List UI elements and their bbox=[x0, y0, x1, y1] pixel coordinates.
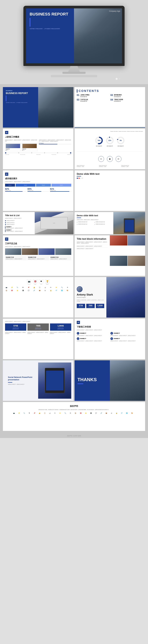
grid-icon-2: 💡 bbox=[10, 286, 13, 289]
target-label: Target bbox=[34, 284, 36, 285]
slides-grid: BUSINESS BUSINESS REPORT 全面详细的工作报告总结展示，上… bbox=[0, 84, 148, 434]
slide-copyright[interactable]: 版权声明 感谢使用本套PPT模板，本套模板仅供学习参考使用。本套模板素材来源于互… bbox=[3, 402, 145, 431]
stat-item-2: 65% 添加说明文字内容 bbox=[27, 188, 49, 192]
next-plan-body: 这里是正文内容文字，这里是正文内容文字，这里是正文内容文字 bbox=[77, 330, 143, 330]
slide-title-list[interactable]: Title text & List 这里是正文内容文字，这里是正文内容文字 这里… bbox=[3, 212, 73, 234]
card-title-2: Other Post bbox=[22, 148, 37, 150]
slide-cover-right: Company logo bbox=[38, 87, 73, 128]
slide-project[interactable]: 02 成功项目展示 这里是正文内容文字，这里是正文内容文字，这里是正文内容文字 … bbox=[3, 170, 73, 211]
slide-social[interactable]: Social Network PowerPoint presentation 这… bbox=[3, 360, 73, 401]
ci-13: 🏠 bbox=[74, 412, 77, 414]
tb-extra: 这里是正文内容文字，这里是正文内容文字，这里是正文内容文字 bbox=[77, 246, 108, 247]
ci-22: 💎 bbox=[120, 412, 123, 414]
monitor-wrapper: BUSINESS REPORT 全面详细的工作报告总结展示，上半年度最新工作报告… bbox=[23, 6, 125, 80]
tablet-shape bbox=[45, 368, 65, 393]
ci-15: 🌟 bbox=[85, 412, 87, 414]
plan-title-1: 添加标题文字 bbox=[80, 332, 86, 334]
price-desc: 这里是正文内容文字，这里是正文内容文字，这里是正文内容文字 bbox=[5, 321, 71, 322]
tb-extra2: 这里是正文内容文字，这里是正文内容文字 bbox=[77, 248, 108, 249]
target-icon: 🎯 bbox=[34, 280, 36, 282]
ci-7: 📋 bbox=[43, 412, 46, 414]
detail-text-2: 这里是正文内容文字，这里是正文内容文字，这里是正文内容文字 bbox=[27, 332, 49, 334]
ci-18: 🔗 bbox=[100, 412, 103, 414]
icon-labels-row: Statistic information text添加说明文字，这里是 Sta… bbox=[77, 165, 143, 167]
cover-main-title: BUSINESS REPORT bbox=[6, 92, 35, 94]
monitor-title: BUSINESS REPORT bbox=[30, 12, 70, 16]
detail-text-3: 这里是正文内容文字，这里是正文内容文字，这里是正文内容文字 bbox=[50, 332, 71, 334]
tl-list-item-3: 这里是正文内容文字 bbox=[5, 224, 32, 225]
tl-list-item-1: 这里是正文内容文字 bbox=[5, 220, 32, 221]
info-box-body-1: 这里是正文内容文字，这里是正文内容文字 bbox=[6, 258, 26, 260]
slide-demo2[interactable]: Demo slide With text 这里是正文内容，这里是正文内容，这里是… bbox=[75, 212, 145, 234]
stat-pct-2: 65% bbox=[27, 188, 49, 190]
svg-text:21%: 21% bbox=[108, 140, 111, 141]
price-grid: 570$ 添加说明文字内容这里是正文内容文字 790$ 添加说明文字内容这里是正… bbox=[5, 324, 71, 331]
slide-donut-charts[interactable]: Statistic information • Statistic inform… bbox=[75, 129, 145, 169]
section-title-3: 上阶段工作概述 bbox=[5, 136, 71, 138]
scissors-icon-circle: ✂ bbox=[98, 156, 104, 162]
progress-label: 57% Progress bbox=[39, 143, 71, 144]
slide-demo[interactable]: Demo slide With text bbox=[75, 170, 145, 211]
tl-5: The fifth activity bbox=[67, 154, 71, 155]
slide-thanks[interactable]: THANKS Company logo bbox=[75, 360, 145, 401]
desk-sphere1 bbox=[116, 78, 118, 80]
stat-label-1: 添加说明文字 bbox=[77, 306, 84, 308]
cover-logo: Company logo bbox=[64, 88, 72, 90]
stat-pct-3: 91% bbox=[50, 188, 71, 190]
slide-person[interactable]: Antony Stark General Designer 这里是个人介绍文字内… bbox=[75, 277, 145, 318]
tb-right bbox=[110, 235, 145, 276]
donut-1: 79% 统计信息文字 bbox=[95, 136, 103, 147]
section-title-14: 下阶段工作安排 bbox=[77, 326, 143, 328]
section-title-5: 成功项目展示 bbox=[5, 177, 71, 180]
section-header-9: 03 bbox=[5, 238, 71, 242]
icon-item-reward: 🏆 Reward bbox=[45, 279, 49, 285]
mini-card-2: Other Post 📷 0 💬 0 bbox=[22, 143, 37, 151]
mini-cards-row: Travel Post 📷 0 💬 0 Other Post 📷 0 💬 0 bbox=[5, 143, 37, 151]
contents-item-3: 03 工作不足之处 添加标题内容 bbox=[77, 99, 109, 102]
demo-title: Demo slide With text bbox=[77, 172, 143, 175]
slide-textblock[interactable]: Title text block information 这里是正文内容文字，这… bbox=[75, 235, 145, 276]
stat-value-1: 570$ bbox=[77, 304, 84, 306]
watermark-area: 免责声明 • 仅供学习参考 bbox=[0, 434, 148, 438]
grid-icon-8: 📊 bbox=[44, 286, 46, 289]
full-icon-grid: 📷 💡 📎 ❤ 📌 🔔 📋 📊 ✉ 📁 🔍 ⚙ 🏠 🎯 🌟 📱 💬 🔗 📦 🗂 … bbox=[5, 286, 71, 292]
tline-2 bbox=[19, 153, 31, 153]
slide-shortage[interactable]: 03 工作不足之处 这里是正文内容文字，这里是正文内容文字，这里是正文内容文字 … bbox=[3, 235, 73, 276]
stat-fill-3 bbox=[50, 191, 69, 192]
tl-2: The second activity bbox=[20, 154, 25, 155]
ci-19: 📦 bbox=[105, 412, 108, 414]
plan-title-2: 添加标题文字 bbox=[114, 332, 120, 334]
person-title: General Designer bbox=[77, 297, 104, 298]
info-box-title-2: 添加标题文字内容 bbox=[28, 257, 48, 258]
slide-icon-grid[interactable]: 📷 Camera 🎯 Target ❤ Heart 🏆 Reward � bbox=[3, 277, 73, 318]
price-desc-row: 这里是正文内容文字，这里是正文内容文字，这里是正文内容文字 bbox=[5, 321, 71, 322]
grid-icon-18: 🔗 bbox=[33, 289, 35, 292]
phase-2-label: Phase 02 bbox=[24, 185, 27, 186]
tb-title: Title text block information bbox=[77, 238, 108, 240]
plan-grid: 01 添加标题文字 这里是正文内容文字，这里是正文内容文字，这里是正文内容文字 … bbox=[77, 332, 143, 342]
slide-prices[interactable]: 这里是正文内容文字，这里是正文内容文字，这里是正文内容文字 570$ 添加说明文… bbox=[3, 319, 73, 359]
tline-1 bbox=[6, 153, 18, 153]
price-detail-1: 这里是正文内容文字，这里是正文内容文字，这里是正文内容文字 bbox=[5, 332, 27, 334]
card-img-2 bbox=[22, 144, 37, 148]
ci-3: 📎 bbox=[23, 412, 25, 414]
slide-cover[interactable]: BUSINESS BUSINESS REPORT 全面详细的工作报告总结展示，上… bbox=[3, 87, 73, 128]
slide-work-overview[interactable]: 01 上阶段工作概述 这里是正文内容文字，这里是正文内容文字，这里是正文内容文字… bbox=[3, 129, 73, 169]
camera-icon-box: 📷 bbox=[27, 279, 31, 284]
demo2-blue-line bbox=[77, 218, 81, 218]
stat-item-1: 82% 添加说明文字内容 bbox=[5, 188, 26, 192]
grid-icon-3: 📎 bbox=[16, 286, 19, 289]
ci-16: 📱 bbox=[90, 412, 92, 414]
price-val-2: 790$ bbox=[29, 324, 48, 327]
svg-text:3%: 3% bbox=[120, 140, 122, 141]
slide-contents[interactable]: CONTENTS 01 上阶段工作情况 添加标题内容 02 成功项目展示 添加标… bbox=[75, 87, 145, 128]
reward-icon: 🏆 bbox=[46, 280, 49, 282]
slide-next-plan[interactable]: 04 下阶段工作安排 这里是正文内容文字，这里是正文内容文字，这里是正文内容文字… bbox=[75, 319, 145, 359]
tl-list: 这里是正文内容文字 这里是正文内容文字 这里是正文内容文字 bbox=[5, 220, 32, 225]
donut-label-3: 统计信息文字 bbox=[118, 146, 124, 147]
plan-text-4: 这里是正文内容文字，这里是正文内容文字，这里是正文内容文字 bbox=[110, 340, 143, 342]
info-text-2: Subtitle information text bbox=[96, 222, 105, 222]
contents-num-4: 04 bbox=[110, 99, 113, 101]
info-text-1: Subtitle information text bbox=[78, 222, 87, 222]
icon-row-1: 📷 Camera 🎯 Target ❤ Heart 🏆 Reward bbox=[5, 279, 71, 285]
